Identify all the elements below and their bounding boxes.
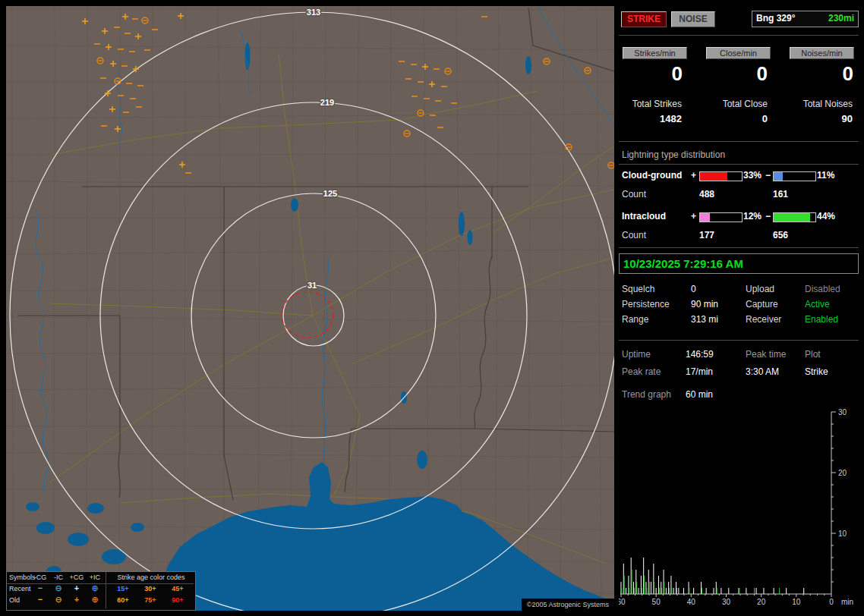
datetime-box: 10/23/2025 7:29:16 AM	[619, 253, 859, 274]
svg-text:60: 60	[619, 598, 626, 606]
divider	[619, 164, 859, 165]
ic-negative-count: 656	[773, 230, 788, 240]
lightning-map[interactable]: 31321912531 Symbols-CG-IC+CG+ICStrike ag…	[6, 6, 614, 611]
cloud-ground-count-row: Count 488 161	[619, 189, 859, 201]
stats-row: Trend graph 60 min	[619, 389, 859, 401]
noises-per-min-button[interactable]: Noises/min	[790, 47, 854, 59]
legend-symbol-m-icon: −	[32, 583, 49, 592]
plus-sign: +	[691, 170, 696, 181]
total-noises-value: 90	[778, 113, 853, 124]
legend-text: -IC	[50, 574, 67, 581]
divider	[619, 340, 859, 341]
legend-text: +IC	[87, 574, 103, 581]
status-row: Squelch 0 Upload Disabled	[619, 284, 859, 296]
minus-sign: −	[765, 170, 771, 181]
svg-text:30: 30	[838, 408, 847, 416]
close-per-min-button[interactable]: Close/min	[706, 47, 771, 59]
noises-per-min-value: 0	[789, 62, 853, 86]
range-ring-label: 125	[323, 189, 337, 198]
range-value: 313 mi	[691, 314, 718, 325]
cloud-ground-label: Cloud-ground	[622, 170, 682, 181]
divider	[619, 35, 859, 36]
status-row: Range 313 mi Receiver Enabled	[619, 314, 859, 326]
legend-text: +CG	[68, 574, 85, 581]
plot-label: Plot	[805, 349, 821, 360]
persistence-label: Persistence	[622, 299, 670, 310]
cloud-ground-row: Cloud-ground + 33% − 11%	[619, 170, 859, 182]
count-label: Count	[622, 189, 646, 200]
map-legend: Symbols-CG-IC+CG+ICStrike age color code…	[6, 571, 196, 611]
svg-text:10: 10	[838, 530, 847, 538]
upload-value: Disabled	[805, 284, 840, 294]
ic-negative-pct: 44%	[817, 211, 835, 222]
intracloud-count-row: Count 177 656	[619, 230, 859, 242]
total-strikes-label: Total Strikes	[619, 99, 682, 109]
bearing-value: Bng 329°	[756, 11, 795, 27]
trend-graph: 1020300102030405060min	[619, 402, 864, 614]
range-ring-label: 31	[307, 281, 317, 290]
legend-symbol-cp-icon: ⊕	[87, 583, 103, 593]
bearing-readout[interactable]: Bng 329° 230mi	[752, 11, 859, 27]
stats-row: Peak rate 17/min 3:30 AM Strike	[619, 366, 859, 379]
datetime-value: 10/23/2025 7:29:16 AM	[620, 257, 743, 270]
legend-text: 45+	[165, 585, 191, 592]
receiver-value: Enabled	[805, 314, 838, 325]
legend-text: 90+	[165, 596, 191, 604]
control-panel: STRIKE NOISE Bng 329° 230mi Strikes/min …	[619, 0, 864, 616]
ic-positive-bar	[699, 212, 743, 222]
total-strikes-value: 1482	[619, 113, 682, 124]
svg-text:40: 40	[687, 598, 696, 606]
legend-symbol-cm-icon: ⊖	[50, 583, 67, 593]
svg-text:20: 20	[838, 469, 847, 477]
strikes-per-min-value: 0	[619, 62, 683, 86]
uptime-value: 146:59	[686, 349, 714, 360]
trend-window-value: 60 min	[686, 389, 713, 400]
intracloud-label: Intracloud	[622, 211, 666, 222]
capture-label: Capture	[746, 299, 778, 310]
legend-symbol-m-icon: −	[32, 595, 49, 604]
strike-toggle-button[interactable]: STRIKE	[621, 11, 667, 27]
squelch-label: Squelch	[622, 284, 654, 294]
total-close-value: 0	[695, 113, 768, 124]
stats-row: Uptime 146:59 Peak time Plot	[619, 349, 859, 361]
receiver-label: Receiver	[746, 314, 781, 325]
range-ring-label: 313	[307, 8, 320, 17]
legend-text: -CG	[32, 574, 49, 581]
app-window: 31321912531 Symbols-CG-IC+CG+ICStrike ag…	[0, 0, 864, 616]
legend-text: Strike age color codes	[109, 574, 194, 581]
svg-text:50: 50	[652, 598, 661, 606]
cg-positive-count: 488	[699, 189, 714, 200]
divider	[619, 141, 859, 142]
strikes-per-min-button[interactable]: Strikes/min	[623, 47, 687, 59]
peak-rate-label: Peak rate	[622, 366, 661, 377]
plus-sign: +	[691, 211, 696, 222]
status-row: Persistence 90 min Capture Active	[619, 299, 859, 311]
cg-positive-pct: 33%	[743, 170, 762, 181]
capture-value: Active	[805, 299, 830, 310]
noise-toggle-button[interactable]: NOISE	[671, 11, 715, 27]
bearing-range-value: 230mi	[828, 11, 854, 27]
legend-text: Old	[9, 596, 20, 604]
ic-positive-count: 177	[699, 230, 714, 240]
upload-label: Upload	[746, 284, 774, 294]
range-label: Range	[622, 314, 648, 325]
legend-text: 15+	[110, 585, 136, 592]
svg-text:20: 20	[757, 598, 766, 606]
legend-symbol-cm-icon: ⊖	[50, 595, 67, 605]
map-canvas: 31321912531	[6, 6, 614, 611]
cg-negative-pct: 11%	[817, 170, 834, 181]
cg-negative-bar	[773, 171, 816, 181]
legend-symbol-p-icon: +	[68, 595, 85, 604]
legend-text: 30+	[137, 585, 163, 592]
divider	[619, 247, 859, 248]
squelch-value: 0	[691, 284, 696, 294]
legend-symbol-p-icon: +	[68, 583, 85, 592]
peak-rate-value: 17/min	[686, 366, 713, 377]
legend-text: 75+	[137, 596, 163, 604]
legend-symbol-cp-icon: ⊕	[87, 595, 103, 605]
plot-value: Strike	[805, 366, 828, 377]
svg-text:0: 0	[829, 598, 834, 606]
trend-graph-label: Trend graph	[622, 389, 671, 400]
distribution-title: Lightning type distribution	[622, 149, 725, 160]
count-label: Count	[622, 230, 646, 240]
